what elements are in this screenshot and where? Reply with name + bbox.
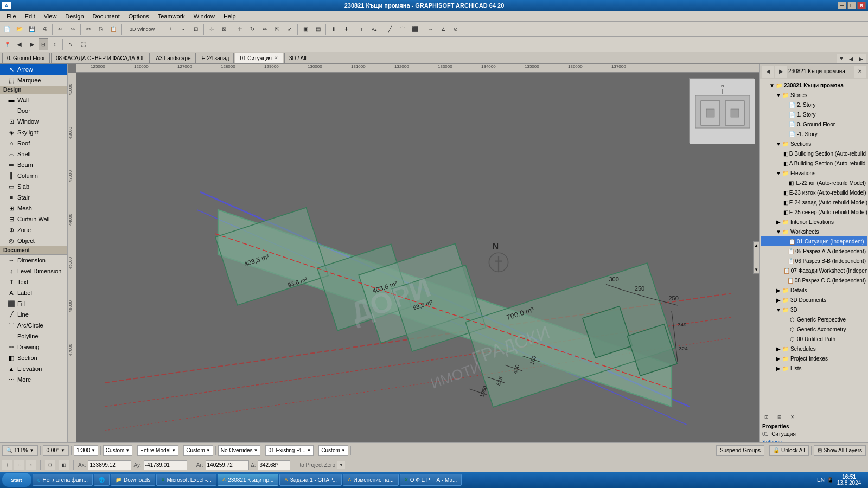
tab-situation[interactable]: 01 Ситуация ✕: [235, 53, 283, 63]
expand-icon[interactable]: ▶: [775, 287, 782, 293]
tb-bring-front[interactable]: ⬆: [328, 23, 340, 35]
tree-elevations[interactable]: ▼ 📁 Elevations: [761, 168, 867, 178]
menu-file[interactable]: File: [2, 12, 21, 21]
angle-input[interactable]: [258, 460, 290, 470]
tool-skylight[interactable]: ◈ Skylight: [0, 127, 67, 138]
drawing-canvas[interactable]: 403,5 m² 93,8 m² 403,6 m² 93,8 m² 700,0 …: [76, 73, 760, 442]
tree-elev-e24[interactable]: ◧ E-24 запад (Auto-rebuild Model): [761, 197, 867, 207]
custom3-dropdown[interactable]: Custom ▼: [318, 445, 348, 456]
tb2-forward[interactable]: ▶: [26, 38, 38, 50]
tree-details[interactable]: ▶ 📁 Details: [761, 285, 867, 295]
expand-icon[interactable]: ▼: [769, 82, 775, 88]
tree-ws-fasadi[interactable]: 📋 07 Фасади Worksheet (Independent): [761, 266, 867, 275]
prop-panel-btn2[interactable]: ⊟: [775, 413, 784, 421]
tool-more[interactable]: ⋯ More: [0, 374, 67, 385]
tree-elev-e23[interactable]: ◧ E-23 изток (Auto-rebuild Model): [761, 188, 867, 197]
tree-ws-razrez-cc[interactable]: 📋 08 Разрез C-C (Independent): [761, 275, 867, 285]
tb-group[interactable]: ▣: [299, 23, 311, 35]
tool-leveldim[interactable]: ↕ Level Dimension: [0, 266, 67, 277]
tool-drawing[interactable]: ✏ Drawing: [0, 342, 67, 352]
tab-nav-right[interactable]: ▶: [856, 54, 866, 63]
taskbar-folder[interactable]: 📁 Downloads: [111, 474, 155, 486]
tb-copy[interactable]: ⎘: [95, 23, 107, 35]
tb-move[interactable]: ✛: [234, 23, 246, 35]
taskbar-archicad3[interactable]: A Изменение на...: [343, 474, 399, 486]
tb-3dwindow[interactable]: 3D Window: [123, 23, 161, 35]
unlock-all-btn[interactable]: 🔓 Unlock All: [769, 445, 809, 456]
tool-section[interactable]: ◧ Section: [0, 352, 67, 363]
coord-nav1[interactable]: ⊹: [2, 460, 12, 470]
coord-nav2[interactable]: ↔: [14, 460, 24, 470]
tb-send-back[interactable]: ⬇: [340, 23, 352, 35]
custom2-dropdown[interactable]: Custom ▼: [183, 445, 213, 456]
tb-cut[interactable]: ✂: [82, 23, 94, 35]
panel-back-btn[interactable]: ◀: [762, 66, 774, 78]
tool-door[interactable]: ⌐ Door: [0, 105, 67, 116]
minimize-button[interactable]: ─: [838, 2, 846, 9]
tree-3d[interactable]: ▼ 📁 3D: [761, 305, 867, 314]
tool-object[interactable]: ◎ Object: [0, 235, 67, 246]
prop-panel-btn3[interactable]: ✕: [788, 413, 797, 421]
menu-edit[interactable]: Edit: [21, 12, 40, 21]
tool-window[interactable]: ⊡ Window: [0, 116, 67, 127]
tb2-floorplan[interactable]: ⊟: [39, 38, 48, 50]
tab-landscape[interactable]: АЗ Landscape: [151, 53, 195, 63]
menu-window[interactable]: Window: [189, 12, 219, 21]
existing-pl-dropdown[interactable]: 01 Existing Pl... ▼: [265, 445, 314, 456]
expand-icon[interactable]: ▶: [775, 365, 782, 371]
tool-arrow[interactable]: ↖ Arrow: [0, 64, 67, 75]
tb-select-all[interactable]: ⊹: [206, 23, 218, 35]
tree-projindexes[interactable]: ▶ 📁 Project Indexes: [761, 354, 867, 363]
tb-dim-radial[interactable]: ⊙: [450, 23, 462, 35]
tree-story-2[interactable]: 📄 2. Story: [761, 100, 867, 110]
tb-text[interactable]: T: [356, 23, 368, 35]
tree-ground-floor[interactable]: 📄 0. Ground Floor: [761, 119, 867, 129]
tb-paste[interactable]: 📋: [107, 23, 119, 35]
tool-stair[interactable]: ≡ Stair: [0, 192, 67, 203]
tb-stretch[interactable]: ⤢: [284, 23, 296, 35]
tree-story-1[interactable]: 📄 1. Story: [761, 110, 867, 119]
tb2-marquee-tool[interactable]: ⬚: [77, 38, 89, 50]
tb-redo[interactable]: ↪: [67, 23, 79, 35]
tb-rotate[interactable]: ↻: [246, 23, 258, 35]
tb-label[interactable]: A₁: [368, 23, 380, 35]
tb-dim-linear[interactable]: ↔: [425, 23, 437, 35]
menu-document[interactable]: Document: [88, 12, 124, 21]
tree-3d-axon[interactable]: ⬡ Generic Axonometry: [761, 324, 867, 334]
taskbar-excel2[interactable]: X О Ф Е Р Т А - Ма...: [400, 474, 462, 486]
tb2-navigate[interactable]: ↕: [49, 38, 61, 50]
entire-model-dropdown[interactable]: Entire Model ▼: [137, 445, 178, 456]
tool-polyline[interactable]: ⋯ Polyline: [0, 331, 67, 342]
scroll-down-arrow[interactable]: ▼: [754, 267, 758, 272]
tree-worksheets[interactable]: ▼ 📁 Worksheets: [761, 227, 867, 236]
tab-facade[interactable]: 08 ФАСАДА СЕВЕР И ФАСАДА ЮГ: [51, 53, 150, 63]
menu-options[interactable]: Options: [124, 12, 154, 21]
close-button[interactable]: ✕: [857, 2, 866, 9]
tree-ws-razrez-aa[interactable]: 📋 05 Разрез A-A (Independent): [761, 246, 867, 256]
tab-nav-left[interactable]: ◀: [846, 54, 856, 63]
tb-ungroup[interactable]: ▤: [312, 23, 324, 35]
tb-zoom-fit[interactable]: ⊡: [190, 23, 202, 35]
zoom-btn[interactable]: 🔍 111% ▼: [2, 445, 38, 456]
coord-input-btn1[interactable]: ⊡: [45, 460, 55, 470]
tool-shell[interactable]: ⌓ Shell: [0, 149, 67, 159]
tb-open[interactable]: 📂: [14, 23, 25, 35]
tree-3ddocs[interactable]: ▶ 📁 3D Documents: [761, 295, 867, 305]
tb-undo[interactable]: ↩: [54, 23, 66, 35]
tree-3d-perspective[interactable]: ⬡ Generic Perspective: [761, 314, 867, 324]
tab-3d[interactable]: 3D / All: [284, 53, 311, 63]
tb-deselect[interactable]: ⊠: [218, 23, 230, 35]
tool-fill[interactable]: ⬛ Fill: [0, 298, 67, 309]
show-all-layers-btn[interactable]: ⊟ Show All Layers: [814, 445, 866, 456]
tool-column[interactable]: ║ Column: [0, 170, 67, 181]
tb-mirror[interactable]: ⇔: [259, 23, 271, 35]
tool-line[interactable]: ╱ Line: [0, 309, 67, 320]
tree-ws-situation[interactable]: 📋 01 Ситуация (Independent): [761, 236, 867, 246]
tb-zoom-out[interactable]: -: [177, 23, 189, 35]
scale-dropdown[interactable]: 1:300 ▼: [74, 445, 98, 456]
expand-icon[interactable]: ▶: [775, 297, 782, 303]
expand-icon[interactable]: ▶: [775, 346, 782, 352]
tool-mesh[interactable]: ⊞ Mesh: [0, 203, 67, 214]
tab-groundfloor[interactable]: 0. Ground Floor: [2, 53, 50, 63]
expand-icon[interactable]: ▼: [775, 307, 782, 313]
